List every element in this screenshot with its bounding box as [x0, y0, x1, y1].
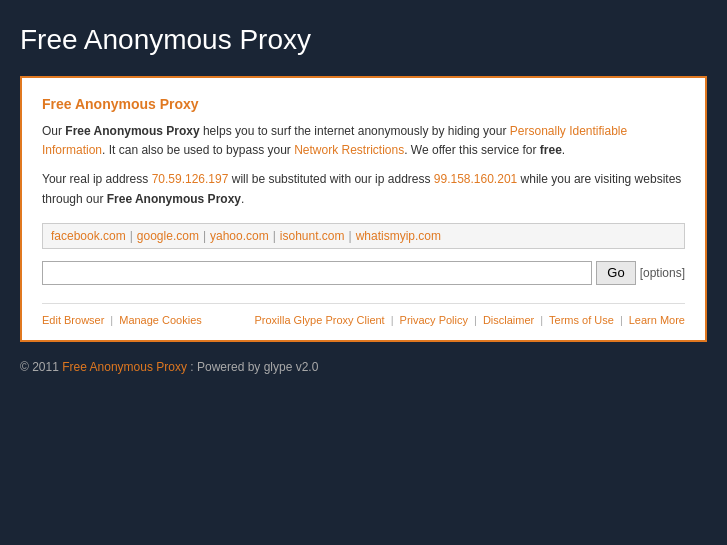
footer-link-edit-browser[interactable]: Edit Browser	[42, 314, 104, 326]
description-paragraph: Our Free Anonymous Proxy helps you to su…	[42, 122, 685, 160]
footer-sep-5: |	[620, 314, 623, 326]
card-title: Free Anonymous Proxy	[42, 96, 685, 112]
desc-text-1: Our	[42, 124, 65, 138]
footer-link-manage-cookies[interactable]: Manage Cookies	[119, 314, 202, 326]
ip-paragraph: Your real ip address 70.59.126.197 will …	[42, 170, 685, 208]
options-link[interactable]: [options]	[640, 266, 685, 280]
page-title: Free Anonymous Proxy	[20, 20, 707, 60]
desc-bold-2: free	[540, 143, 562, 157]
copyright-suffix: : Powered by glype v2.0	[187, 360, 318, 374]
quick-link-isohunt[interactable]: isohunt.com	[280, 229, 345, 243]
footer-link-terms[interactable]: Terms of Use	[549, 314, 614, 326]
footer-sep-2: |	[391, 314, 394, 326]
footer-sep-3: |	[474, 314, 477, 326]
footer-link-privacy[interactable]: Privacy Policy	[400, 314, 468, 326]
separator-1: |	[130, 229, 133, 243]
footer-sep-4: |	[540, 314, 543, 326]
ip-text-2: will be substituted with our ip address	[228, 172, 433, 186]
footer-link-learn-more[interactable]: Learn More	[629, 314, 685, 326]
separator-3: |	[273, 229, 276, 243]
quick-link-google[interactable]: google.com	[137, 229, 199, 243]
quick-links-bar: facebook.com | google.com | yahoo.com | …	[42, 223, 685, 249]
quick-link-facebook[interactable]: facebook.com	[51, 229, 126, 243]
proxy-ip: 99.158.160.201	[434, 172, 517, 186]
separator-4: |	[349, 229, 352, 243]
footer-link-proxilla[interactable]: Proxilla Glype Proxy Client	[254, 314, 384, 326]
search-row: Go [options]	[42, 257, 685, 289]
quick-link-yahoo[interactable]: yahoo.com	[210, 229, 269, 243]
desc-text-3: . It can also be used to bypass your	[102, 143, 294, 157]
network-restrictions-link[interactable]: Network Restrictions	[294, 143, 404, 157]
go-button[interactable]: Go	[596, 261, 635, 285]
search-input[interactable]	[42, 261, 592, 285]
desc-bold-1: Free Anonymous Proxy	[65, 124, 199, 138]
footer-links-bar: Edit Browser | Manage Cookies Proxilla G…	[42, 303, 685, 326]
copyright-link[interactable]: Free Anonymous Proxy	[62, 360, 187, 374]
desc-text-2: helps you to surf the internet anonymous…	[200, 124, 510, 138]
quick-link-whatismyip[interactable]: whatismyip.com	[356, 229, 441, 243]
real-ip: 70.59.126.197	[152, 172, 229, 186]
main-card: Free Anonymous Proxy Our Free Anonymous …	[20, 76, 707, 342]
footer-link-disclaimer[interactable]: Disclaimer	[483, 314, 534, 326]
ip-text-1: Your real ip address	[42, 172, 152, 186]
desc-text-4: . We offer this service for	[404, 143, 540, 157]
copyright-bar: © 2011 Free Anonymous Proxy : Powered by…	[20, 356, 707, 378]
copyright-prefix: © 2011	[20, 360, 62, 374]
separator-2: |	[203, 229, 206, 243]
desc-text-5: .	[562, 143, 565, 157]
ip-text-4: .	[241, 192, 244, 206]
ip-bold: Free Anonymous Proxy	[107, 192, 241, 206]
footer-sep-1: |	[110, 314, 113, 326]
